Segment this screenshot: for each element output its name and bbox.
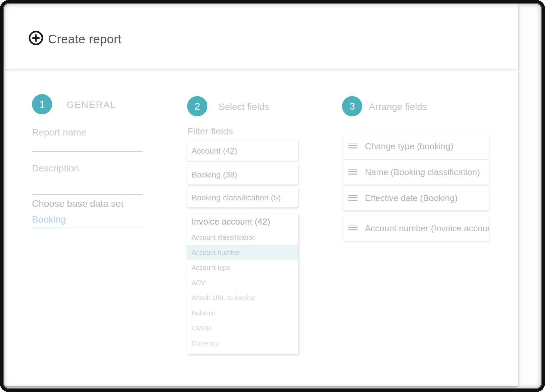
field-group-label: Booking classification (5): [192, 193, 281, 202]
field-group-booking-classification[interactable]: Booking classification (5): [187, 188, 298, 207]
base-data-set-underline: [32, 228, 63, 228]
field-group-label: Account (42): [192, 146, 237, 156]
step-3-badge: 3: [342, 96, 362, 116]
drag-handle-icon[interactable]: [348, 195, 358, 201]
create-report-modal: Create report 1 GENERAL Report name Desc…: [4, 3, 518, 386]
plus-circle-icon: [29, 31, 43, 45]
step-1-badge: 1: [32, 94, 52, 114]
field-group-invoice-account[interactable]: Invoice account (42): [187, 213, 298, 230]
filter-fields-label: Filter fields: [187, 126, 233, 137]
modal-header: Create report: [4, 3, 518, 69]
description-input[interactable]: [32, 180, 143, 195]
field-group-invoice-account-panel: Invoice account (42) Account classificat…: [187, 213, 298, 354]
arrange-item-effective-date[interactable]: Effective date (Booking): [343, 186, 489, 210]
list-item-attach-ubl-to-invoice[interactable]: Attach UBL to invoice: [187, 290, 298, 306]
drag-handle-icon[interactable]: [348, 144, 358, 149]
base-data-set-label: Choose base data set: [32, 198, 123, 209]
description-label: Description: [32, 163, 79, 174]
drag-handle-icon[interactable]: [348, 169, 358, 175]
step-1-number: 1: [39, 99, 45, 110]
arrange-item-account-number[interactable]: Account number (Invoice account: [343, 216, 489, 241]
report-name-input[interactable]: [32, 137, 143, 152]
base-data-set-underline-rest: [63, 228, 143, 228]
invoice-account-field-list: Account classification Account number Ac…: [187, 230, 298, 351]
field-group-label: Booking (38): [192, 170, 237, 180]
base-data-set-value[interactable]: Booking: [32, 214, 66, 225]
list-item-cmrr[interactable]: CMRR: [187, 321, 298, 336]
step-1-label: GENERAL: [67, 100, 116, 110]
list-item-currency[interactable]: Currency: [187, 336, 298, 351]
list-item-account-number[interactable]: Account number: [187, 245, 298, 260]
field-group-account[interactable]: Account (42): [187, 141, 298, 161]
arrange-item-label: Account number (Invoice account: [365, 223, 489, 234]
step-2-label: Select fields: [218, 102, 269, 112]
drag-handle-icon[interactable]: [348, 226, 358, 231]
arrange-item-name[interactable]: Name (Booking classification): [343, 160, 489, 185]
report-name-label: Report name: [32, 127, 86, 138]
step-2-badge: 2: [187, 96, 207, 116]
step-2-number: 2: [195, 101, 200, 112]
list-item-acv[interactable]: ACV: [187, 275, 298, 290]
field-group-booking[interactable]: Booking (38): [187, 165, 298, 185]
list-item-balance[interactable]: Balance: [187, 306, 298, 321]
step-3-number: 3: [349, 101, 355, 112]
arrange-item-label: Name (Booking classification): [365, 167, 480, 178]
arrange-item-label: Change type (booking): [365, 141, 453, 152]
arrange-item-label: Effective date (Booking): [365, 193, 458, 203]
page-title: Create report: [48, 32, 122, 46]
list-item-account-classification[interactable]: Account classification: [187, 230, 298, 245]
list-item-account-type[interactable]: Account type: [187, 260, 298, 275]
base-data-set-select[interactable]: Booking: [32, 214, 143, 228]
arrange-item-change-type[interactable]: Change type (booking): [343, 134, 489, 159]
create-report-page: Create report 1 GENERAL Report name Desc…: [0, 0, 545, 392]
step-3-label: Arrange fields: [369, 102, 427, 112]
